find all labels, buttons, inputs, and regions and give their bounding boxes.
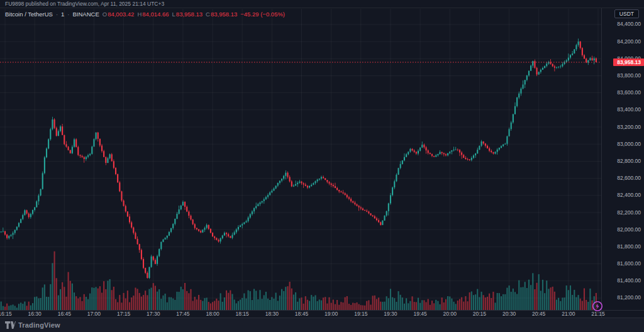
time-tick-label: 18:15 bbox=[236, 311, 249, 318]
time-tick-label: 21:00 bbox=[562, 311, 575, 318]
time-tick-label: 20:45 bbox=[532, 311, 545, 318]
price-tick-label: 82,000.00 bbox=[602, 226, 644, 233]
time-tick-label: 18:30 bbox=[265, 311, 279, 318]
time-tick-label: 17:45 bbox=[176, 311, 189, 318]
price-tick-label: 82,400.00 bbox=[602, 192, 644, 199]
ohlc-open: O84,003.42 bbox=[103, 11, 135, 18]
ohlc-low: L83,958.13 bbox=[172, 11, 203, 18]
price-tick-label: 84,400.00 bbox=[602, 21, 644, 28]
time-axis[interactable]: 16:1516:3016:4517:0017:1517:3017:4518:00… bbox=[0, 311, 601, 318]
time-tick-label: 19:00 bbox=[325, 311, 338, 318]
footer-bar: TradingView bbox=[0, 318, 644, 332]
tradingview-chart-window: FU9898 published on TradingView.com, Apr… bbox=[0, 0, 644, 332]
time-tick-label: 20:30 bbox=[502, 311, 516, 318]
price-tick-label: 83,000.00 bbox=[602, 141, 644, 148]
price-tick-label: 83,600.00 bbox=[602, 89, 644, 96]
ohlc-close: C83,958.13 bbox=[206, 11, 237, 18]
time-tick-label: 17:30 bbox=[147, 311, 160, 318]
time-tick-label: 17:15 bbox=[117, 311, 130, 318]
price-tick-label: 82,200.00 bbox=[602, 209, 644, 216]
tradingview-logo[interactable]: TradingView bbox=[5, 321, 60, 329]
tradingview-wordmark: TradingView bbox=[18, 321, 60, 329]
price-change: −45.29 (−0.05%) bbox=[240, 11, 285, 18]
time-tick-label: 20:15 bbox=[473, 311, 486, 318]
tradingview-logo-mark bbox=[5, 321, 16, 329]
exchange-name[interactable]: BINANCE bbox=[73, 11, 99, 18]
last-price-badge: 83,958.13 bbox=[613, 58, 644, 66]
price-tick-label: 83,800.00 bbox=[602, 72, 644, 79]
time-tick-label: 16:45 bbox=[58, 311, 71, 318]
time-tick-label: 20:00 bbox=[443, 311, 457, 318]
interval-value[interactable]: 1 bbox=[61, 11, 64, 18]
price-tick-label: 83,400.00 bbox=[602, 106, 644, 113]
chart-legend: Bitcoin / TetherUS · 1 · BINANCE O84,003… bbox=[5, 10, 285, 18]
price-tick-label: 81,800.00 bbox=[602, 243, 644, 250]
time-tick-label: 16:30 bbox=[28, 311, 42, 318]
ohlc-high: H84,014.66 bbox=[137, 11, 169, 18]
price-axis[interactable]: 84,400.0084,200.0084,000.0083,800.0083,6… bbox=[602, 8, 644, 318]
price-tick-label: 81,600.00 bbox=[602, 260, 644, 267]
symbol-title[interactable]: Bitcoin / TetherUS bbox=[5, 11, 53, 18]
legend-separator: · bbox=[67, 11, 69, 18]
time-tick-label: 19:45 bbox=[413, 311, 426, 318]
price-tick-label: 82,800.00 bbox=[602, 158, 644, 165]
time-tick-label: 18:00 bbox=[206, 311, 219, 318]
time-tick-label: 21:15 bbox=[591, 311, 604, 318]
time-tick-label: 17:00 bbox=[87, 311, 101, 318]
chart-canvas[interactable] bbox=[0, 0, 644, 318]
price-tick-label: 81,200.00 bbox=[602, 294, 644, 301]
price-tick-label: 84,200.00 bbox=[602, 38, 644, 45]
time-tick-label: 18:45 bbox=[295, 311, 308, 318]
time-tick-label: 16:15 bbox=[0, 311, 12, 318]
price-tick-label: 82,600.00 bbox=[602, 175, 644, 182]
time-tick-label: 19:30 bbox=[384, 311, 397, 318]
currency-toggle-button[interactable]: USDT bbox=[614, 9, 639, 18]
time-tick-label: 19:15 bbox=[354, 311, 367, 318]
price-tick-label: 83,200.00 bbox=[602, 124, 644, 131]
legend-separator: · bbox=[56, 11, 58, 18]
price-tick-label: 81,400.00 bbox=[602, 277, 644, 284]
